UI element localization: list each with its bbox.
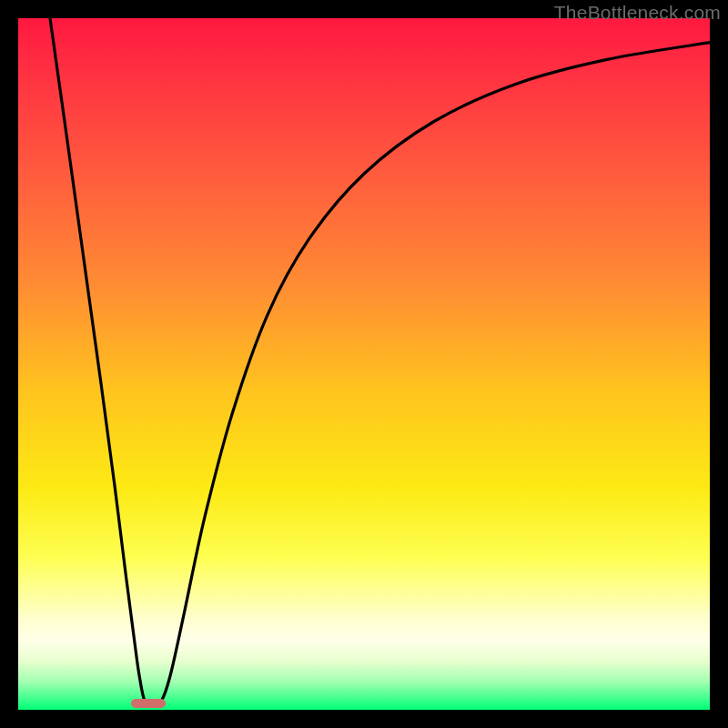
watermark-text: TheBottleneck.com	[554, 2, 721, 24]
chart-frame	[18, 18, 710, 710]
optimal-marker	[131, 699, 167, 709]
bottleneck-curve	[18, 18, 710, 710]
